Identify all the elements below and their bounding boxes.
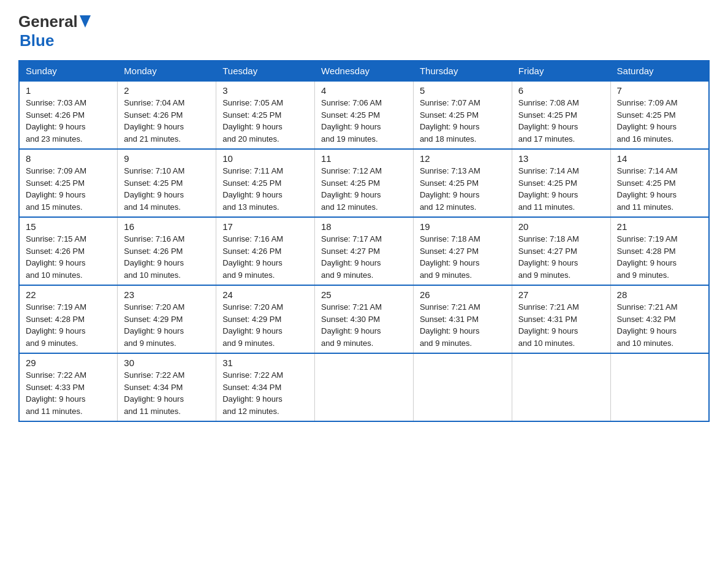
day-number: 5 bbox=[420, 85, 506, 96]
calendar-week-row: 8Sunrise: 7:09 AMSunset: 4:25 PMDaylight… bbox=[19, 149, 709, 217]
day-number: 27 bbox=[518, 289, 604, 300]
day-number: 19 bbox=[420, 221, 506, 232]
day-info: Sunrise: 7:07 AMSunset: 4:25 PMDaylight:… bbox=[420, 97, 506, 145]
calendar-cell: 11Sunrise: 7:12 AMSunset: 4:25 PMDayligh… bbox=[315, 149, 414, 217]
logo-arrow-icon bbox=[80, 15, 91, 30]
day-number: 31 bbox=[222, 358, 308, 368]
day-number: 10 bbox=[222, 153, 308, 164]
calendar-cell: 25Sunrise: 7:21 AMSunset: 4:30 PMDayligh… bbox=[315, 285, 414, 353]
logo-general: General bbox=[18, 12, 78, 31]
calendar-week-row: 29Sunrise: 7:22 AMSunset: 4:33 PMDayligh… bbox=[19, 353, 709, 421]
day-info: Sunrise: 7:13 AMSunset: 4:25 PMDaylight:… bbox=[420, 165, 506, 213]
day-number: 21 bbox=[617, 221, 702, 232]
calendar-cell: 21Sunrise: 7:19 AMSunset: 4:28 PMDayligh… bbox=[610, 217, 709, 285]
day-number: 7 bbox=[617, 85, 702, 96]
calendar-cell: 2Sunrise: 7:04 AMSunset: 4:26 PMDaylight… bbox=[118, 82, 216, 150]
calendar-week-row: 1Sunrise: 7:03 AMSunset: 4:26 PMDaylight… bbox=[19, 82, 709, 150]
day-info: Sunrise: 7:09 AMSunset: 4:25 PMDaylight:… bbox=[617, 97, 702, 145]
day-number: 13 bbox=[518, 153, 604, 164]
day-number: 28 bbox=[617, 289, 702, 300]
day-info: Sunrise: 7:17 AMSunset: 4:27 PMDaylight:… bbox=[321, 233, 407, 281]
day-info: Sunrise: 7:16 AMSunset: 4:26 PMDaylight:… bbox=[222, 233, 308, 281]
col-header-friday: Friday bbox=[512, 61, 610, 82]
day-info: Sunrise: 7:22 AMSunset: 4:34 PMDaylight:… bbox=[124, 369, 210, 417]
col-header-wednesday: Wednesday bbox=[315, 61, 414, 82]
day-info: Sunrise: 7:20 AMSunset: 4:29 PMDaylight:… bbox=[124, 301, 210, 349]
calendar-cell bbox=[610, 353, 709, 421]
day-info: Sunrise: 7:19 AMSunset: 4:28 PMDaylight:… bbox=[26, 301, 111, 349]
calendar-cell: 22Sunrise: 7:19 AMSunset: 4:28 PMDayligh… bbox=[19, 285, 118, 353]
day-number: 26 bbox=[420, 289, 506, 300]
day-info: Sunrise: 7:08 AMSunset: 4:25 PMDaylight:… bbox=[518, 97, 604, 145]
day-number: 6 bbox=[518, 85, 604, 96]
svg-marker-0 bbox=[80, 15, 91, 28]
calendar-cell bbox=[413, 353, 512, 421]
day-info: Sunrise: 7:19 AMSunset: 4:28 PMDaylight:… bbox=[617, 233, 702, 281]
day-number: 30 bbox=[124, 358, 210, 368]
day-number: 1 bbox=[26, 85, 111, 96]
day-number: 23 bbox=[124, 289, 210, 300]
day-number: 15 bbox=[26, 221, 111, 232]
calendar-cell: 1Sunrise: 7:03 AMSunset: 4:26 PMDaylight… bbox=[19, 82, 118, 150]
day-info: Sunrise: 7:18 AMSunset: 4:27 PMDaylight:… bbox=[420, 233, 506, 281]
day-number: 2 bbox=[124, 85, 210, 96]
logo-blue: Blue bbox=[20, 31, 54, 50]
calendar-cell: 20Sunrise: 7:18 AMSunset: 4:27 PMDayligh… bbox=[512, 217, 610, 285]
calendar-cell: 6Sunrise: 7:08 AMSunset: 4:25 PMDaylight… bbox=[512, 82, 610, 150]
calendar-cell: 12Sunrise: 7:13 AMSunset: 4:25 PMDayligh… bbox=[413, 149, 512, 217]
day-info: Sunrise: 7:11 AMSunset: 4:25 PMDaylight:… bbox=[222, 165, 308, 213]
day-number: 4 bbox=[321, 85, 407, 96]
calendar-table: SundayMondayTuesdayWednesdayThursdayFrid… bbox=[18, 60, 710, 422]
day-number: 12 bbox=[420, 153, 506, 164]
calendar-cell: 16Sunrise: 7:16 AMSunset: 4:26 PMDayligh… bbox=[118, 217, 216, 285]
day-info: Sunrise: 7:16 AMSunset: 4:26 PMDaylight:… bbox=[124, 233, 210, 281]
day-info: Sunrise: 7:04 AMSunset: 4:26 PMDaylight:… bbox=[124, 97, 210, 145]
day-number: 25 bbox=[321, 289, 407, 300]
day-info: Sunrise: 7:05 AMSunset: 4:25 PMDaylight:… bbox=[222, 97, 308, 145]
day-info: Sunrise: 7:03 AMSunset: 4:26 PMDaylight:… bbox=[26, 97, 111, 145]
col-header-tuesday: Tuesday bbox=[216, 61, 315, 82]
day-info: Sunrise: 7:14 AMSunset: 4:25 PMDaylight:… bbox=[617, 165, 702, 213]
day-number: 24 bbox=[222, 289, 308, 300]
day-info: Sunrise: 7:12 AMSunset: 4:25 PMDaylight:… bbox=[321, 165, 407, 213]
day-number: 14 bbox=[617, 153, 702, 164]
day-info: Sunrise: 7:21 AMSunset: 4:30 PMDaylight:… bbox=[321, 301, 407, 349]
day-info: Sunrise: 7:21 AMSunset: 4:32 PMDaylight:… bbox=[617, 301, 702, 349]
calendar-week-row: 22Sunrise: 7:19 AMSunset: 4:28 PMDayligh… bbox=[19, 285, 709, 353]
calendar-cell: 10Sunrise: 7:11 AMSunset: 4:25 PMDayligh… bbox=[216, 149, 315, 217]
day-info: Sunrise: 7:22 AMSunset: 4:34 PMDaylight:… bbox=[222, 369, 308, 417]
day-number: 16 bbox=[124, 221, 210, 232]
calendar-cell: 27Sunrise: 7:21 AMSunset: 4:31 PMDayligh… bbox=[512, 285, 610, 353]
day-number: 9 bbox=[124, 153, 210, 164]
day-number: 20 bbox=[518, 221, 604, 232]
calendar-cell: 31Sunrise: 7:22 AMSunset: 4:34 PMDayligh… bbox=[216, 353, 315, 421]
day-info: Sunrise: 7:21 AMSunset: 4:31 PMDaylight:… bbox=[420, 301, 506, 349]
day-info: Sunrise: 7:18 AMSunset: 4:27 PMDaylight:… bbox=[518, 233, 604, 281]
day-info: Sunrise: 7:20 AMSunset: 4:29 PMDaylight:… bbox=[222, 301, 308, 349]
calendar-cell: 18Sunrise: 7:17 AMSunset: 4:27 PMDayligh… bbox=[315, 217, 414, 285]
day-info: Sunrise: 7:09 AMSunset: 4:25 PMDaylight:… bbox=[26, 165, 111, 213]
day-number: 18 bbox=[321, 221, 407, 232]
calendar-cell: 28Sunrise: 7:21 AMSunset: 4:32 PMDayligh… bbox=[610, 285, 709, 353]
calendar-cell bbox=[315, 353, 414, 421]
calendar-week-row: 15Sunrise: 7:15 AMSunset: 4:26 PMDayligh… bbox=[19, 217, 709, 285]
day-info: Sunrise: 7:21 AMSunset: 4:31 PMDaylight:… bbox=[518, 301, 604, 349]
day-info: Sunrise: 7:06 AMSunset: 4:25 PMDaylight:… bbox=[321, 97, 407, 145]
calendar-cell: 17Sunrise: 7:16 AMSunset: 4:26 PMDayligh… bbox=[216, 217, 315, 285]
day-number: 29 bbox=[26, 358, 111, 368]
col-header-thursday: Thursday bbox=[413, 61, 512, 82]
calendar-cell: 19Sunrise: 7:18 AMSunset: 4:27 PMDayligh… bbox=[413, 217, 512, 285]
calendar-cell: 26Sunrise: 7:21 AMSunset: 4:31 PMDayligh… bbox=[413, 285, 512, 353]
calendar-cell: 7Sunrise: 7:09 AMSunset: 4:25 PMDaylight… bbox=[610, 82, 709, 150]
day-number: 17 bbox=[222, 221, 308, 232]
calendar-cell: 4Sunrise: 7:06 AMSunset: 4:25 PMDaylight… bbox=[315, 82, 414, 150]
day-info: Sunrise: 7:10 AMSunset: 4:25 PMDaylight:… bbox=[124, 165, 210, 213]
day-number: 8 bbox=[26, 153, 111, 164]
calendar-cell: 5Sunrise: 7:07 AMSunset: 4:25 PMDaylight… bbox=[413, 82, 512, 150]
calendar-cell: 24Sunrise: 7:20 AMSunset: 4:29 PMDayligh… bbox=[216, 285, 315, 353]
calendar-cell: 14Sunrise: 7:14 AMSunset: 4:25 PMDayligh… bbox=[610, 149, 709, 217]
logo: General Blue bbox=[18, 12, 91, 50]
col-header-saturday: Saturday bbox=[610, 61, 709, 82]
col-header-monday: Monday bbox=[118, 61, 216, 82]
day-info: Sunrise: 7:14 AMSunset: 4:25 PMDaylight:… bbox=[518, 165, 604, 213]
